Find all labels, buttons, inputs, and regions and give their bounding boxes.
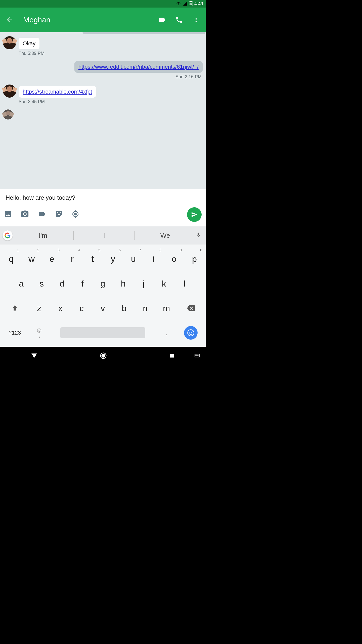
key-r[interactable]: r4	[62, 247, 82, 271]
key-z[interactable]: z	[29, 296, 50, 320]
contact-title[interactable]: Meghan	[23, 16, 150, 24]
key-o[interactable]: o9	[164, 247, 184, 271]
key-u[interactable]: u7	[123, 247, 144, 271]
svg-point-1	[38, 330, 39, 331]
sticker-button[interactable]	[55, 210, 63, 219]
message-bubble-partial	[82, 32, 206, 34]
key-y[interactable]: y6	[103, 247, 123, 271]
svg-rect-19	[199, 355, 199, 356]
message-bubble[interactable]: Okay	[19, 38, 39, 49]
svg-point-4	[190, 332, 191, 333]
key-c[interactable]: c	[71, 296, 92, 320]
message-link[interactable]: https://streamable.com/4xfpt	[23, 89, 92, 95]
overflow-menu-button[interactable]	[191, 14, 202, 25]
svg-rect-14	[196, 354, 197, 355]
suggestion-word[interactable]: We	[135, 232, 196, 239]
svg-point-5	[191, 332, 192, 333]
contact-avatar[interactable]	[3, 36, 16, 49]
key-k[interactable]: k	[154, 271, 174, 296]
key-e[interactable]: e3	[42, 247, 62, 271]
key-j[interactable]: j	[133, 271, 154, 296]
gallery-button[interactable]	[4, 210, 12, 219]
period-key[interactable]: .	[156, 320, 177, 345]
message-link[interactable]: https://www.reddit.com/r/nba/comments/61…	[78, 64, 199, 70]
camera-button[interactable]	[21, 210, 29, 219]
svg-rect-11	[170, 354, 174, 358]
svg-rect-17	[195, 355, 196, 356]
suggestion-word[interactable]: I'm	[13, 232, 73, 239]
key-i[interactable]: i8	[144, 247, 164, 271]
space-key[interactable]	[50, 320, 156, 345]
message-row-outgoing: https://www.reddit.com/r/nba/comments/61…	[3, 61, 203, 73]
cell-signal-icon	[183, 2, 187, 6]
shift-key[interactable]	[1, 296, 29, 320]
key-t[interactable]: t5	[82, 247, 103, 271]
soft-keyboard: I'm I We q1 w2 e3 r4 t5 y6 u7 i8 o9 p0 a	[0, 226, 206, 347]
voice-call-button[interactable]	[173, 14, 185, 25]
svg-rect-12	[195, 354, 199, 357]
battery-icon: 81	[189, 2, 193, 6]
key-x[interactable]: x	[50, 296, 71, 320]
key-l[interactable]: l	[174, 271, 195, 296]
emoji-key[interactable]	[177, 320, 205, 345]
key-p[interactable]: p0	[184, 247, 205, 271]
nav-keyboard-toggle[interactable]	[194, 353, 201, 359]
back-button[interactable]	[4, 14, 15, 25]
key-g[interactable]: g	[93, 271, 113, 296]
key-s[interactable]: s	[31, 271, 52, 296]
key-q[interactable]: q1	[1, 247, 21, 271]
symbols-key[interactable]: ?123	[1, 320, 29, 345]
nav-recents-button[interactable]	[169, 353, 175, 359]
key-n[interactable]: n	[135, 296, 156, 320]
nav-home-button[interactable]	[100, 352, 107, 360]
location-button[interactable]	[71, 210, 79, 219]
key-f[interactable]: f	[72, 271, 93, 296]
nav-back-button[interactable]	[31, 352, 37, 360]
key-row: a s d f g h j k l	[1, 271, 205, 296]
key-h[interactable]: h	[113, 271, 133, 296]
message-timestamp: Thu 5:39 PM	[19, 51, 203, 56]
wifi-icon	[176, 2, 181, 6]
clock: 4:49	[194, 1, 203, 7]
message-bubble[interactable]: https://streamable.com/4xfpt	[19, 86, 96, 98]
comma-key[interactable]: ,	[29, 320, 50, 345]
typing-avatar	[3, 109, 13, 119]
svg-rect-18	[196, 355, 198, 356]
backspace-key[interactable]	[177, 296, 205, 320]
svg-point-2	[39, 330, 40, 331]
chat-thread[interactable]: Okay Thu 5:39 PM https://www.reddit.com/…	[0, 32, 206, 189]
video-call-button[interactable]	[156, 14, 167, 25]
voice-input-button[interactable]	[196, 231, 203, 239]
key-b[interactable]: b	[113, 296, 134, 320]
key-row: z x c v b n m	[1, 296, 205, 320]
status-bar: 81 4:49	[0, 0, 206, 8]
svg-point-10	[101, 354, 105, 358]
suggestion-word[interactable]: I	[74, 232, 134, 239]
message-input[interactable]: Hello, how are you today?	[0, 189, 206, 207]
contact-avatar[interactable]	[3, 85, 16, 98]
google-search-button[interactable]	[3, 230, 13, 240]
send-button[interactable]	[187, 207, 202, 222]
key-v[interactable]: v	[92, 296, 113, 320]
key-d[interactable]: d	[52, 271, 72, 296]
key-row: ?123 , .	[1, 320, 205, 345]
svg-rect-15	[197, 354, 198, 355]
message-row-incoming: Okay	[3, 36, 203, 49]
message-row-incoming: https://streamable.com/4xfpt	[3, 85, 203, 98]
key-m[interactable]: m	[156, 296, 177, 320]
message-timestamp: Sun 2:16 PM	[3, 74, 202, 79]
video-attach-button[interactable]	[38, 210, 46, 219]
svg-rect-16	[198, 354, 199, 355]
compose-area: Hello, how are you today?	[0, 189, 206, 226]
message-timestamp: Sun 2:45 PM	[19, 99, 203, 104]
key-row: q1 w2 e3 r4 t5 y6 u7 i8 o9 p0	[1, 247, 205, 271]
key-w[interactable]: w2	[21, 247, 42, 271]
suggestion-bar: I'm I We	[0, 226, 206, 245]
message-bubble[interactable]: https://www.reddit.com/r/nba/comments/61…	[74, 61, 203, 73]
system-nav-bar	[0, 347, 206, 366]
app-bar: Meghan	[0, 8, 206, 32]
svg-rect-13	[195, 354, 196, 355]
key-a[interactable]: a	[11, 271, 31, 296]
svg-point-3	[188, 330, 194, 336]
